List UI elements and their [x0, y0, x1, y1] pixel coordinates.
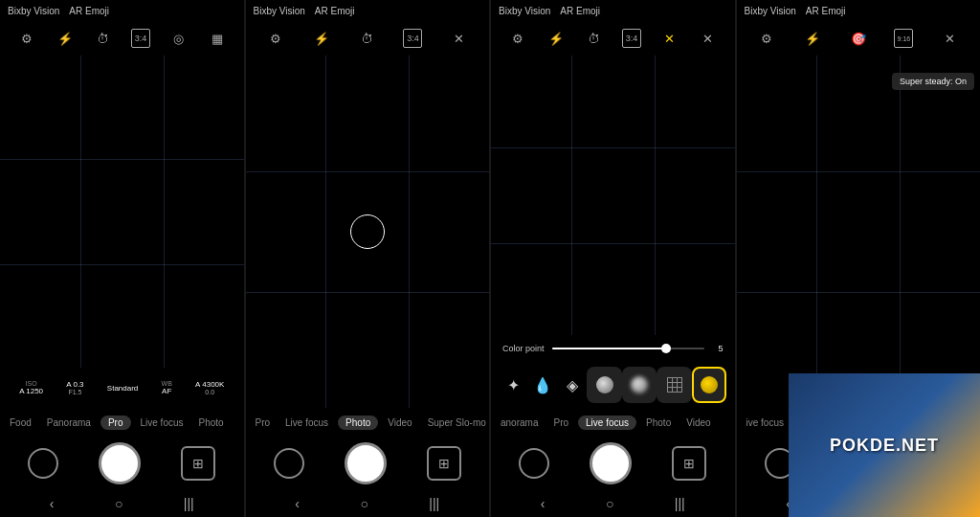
- phone-panel-1: Bixby Vision AR Emoji ⚙ ⚡ ⏱ 3:4 ◎ ▦ ISO …: [0, 0, 246, 517]
- settings-icon-2[interactable]: ⚙: [266, 29, 285, 48]
- ar-emoji-label-4[interactable]: AR Emoji: [806, 6, 846, 16]
- filter-btn-grid[interactable]: [657, 367, 692, 403]
- ar-emoji-label-2[interactable]: AR Emoji: [315, 6, 355, 16]
- mode-video-3[interactable]: Video: [680, 416, 716, 430]
- bixby-vision-label-4[interactable]: Bixby Vision: [745, 6, 796, 16]
- flash-icon-2[interactable]: ⚡: [312, 29, 331, 48]
- gallery-btn-3[interactable]: ⊞: [672, 446, 706, 481]
- mode-livefocus-4[interactable]: ive focus: [741, 416, 790, 430]
- mode-row-2: Pro Live focus Photo Video Super Slo-mo: [246, 408, 490, 437]
- filter-dot-blur: [631, 376, 648, 393]
- ratio-badge-2[interactable]: 3:4: [403, 29, 422, 48]
- small-shutter-1[interactable]: [28, 448, 58, 479]
- wb-tint-value: 0.0: [205, 389, 214, 395]
- metering-value: Standard: [107, 384, 138, 393]
- filter-btn-circle[interactable]: [587, 367, 622, 403]
- small-shutter-3[interactable]: [519, 448, 549, 479]
- extra-icon-3a[interactable]: ✕: [660, 29, 679, 48]
- mode-panorama-3[interactable]: anorama: [495, 416, 544, 430]
- mode-photo-3[interactable]: Photo: [640, 416, 677, 430]
- nav-home-3[interactable]: ○: [606, 496, 613, 511]
- steady-icon-4[interactable]: 🎯: [849, 29, 868, 48]
- mode-pro-2[interactable]: Pro: [250, 416, 277, 430]
- grid-v-left-2: [325, 56, 326, 408]
- timer-icon-2[interactable]: ⏱: [358, 29, 377, 48]
- exposure-setting[interactable]: A 0.3 F1.5: [66, 380, 83, 395]
- timer-icon-1[interactable]: ⏱: [93, 29, 112, 48]
- nav-back-3[interactable]: ‹: [541, 496, 546, 511]
- iso-setting[interactable]: ISO A 1250: [19, 380, 43, 395]
- grid-v-right-3: [655, 56, 656, 335]
- ar-emoji-label-1[interactable]: AR Emoji: [69, 6, 109, 16]
- metering-setting[interactable]: Standard: [107, 384, 138, 393]
- bixby-vision-label-2[interactable]: Bixby Vision: [254, 6, 305, 16]
- main-shutter-1[interactable]: [99, 442, 141, 484]
- bixby-vision-label-1[interactable]: Bixby Vision: [8, 6, 59, 16]
- filter-btn-yellow[interactable]: [692, 367, 727, 403]
- mode-superslo-2[interactable]: Super Slo-mo: [422, 416, 489, 430]
- main-shutter-3[interactable]: [590, 442, 632, 484]
- nav-recents-1[interactable]: |||: [184, 496, 194, 511]
- bixby-vision-label-3[interactable]: Bixby Vision: [499, 6, 550, 16]
- grid-h-bottom-4: [737, 292, 981, 293]
- focus-icon-1[interactable]: ◎: [169, 29, 189, 48]
- grid-v-right-2: [409, 56, 410, 408]
- extra-icon-2[interactable]: ✕: [449, 29, 468, 48]
- ratio-badge-3[interactable]: 3:4: [622, 29, 641, 48]
- settings-icon-4[interactable]: ⚙: [757, 29, 776, 48]
- mode-food-1[interactable]: Food: [4, 416, 37, 430]
- grid-v-left-4: [816, 56, 817, 408]
- mode-photo-1[interactable]: Photo: [193, 416, 230, 430]
- wb-temp-value: A 4300K: [195, 380, 224, 389]
- effect-icon-sparkle[interactable]: ◈: [558, 370, 588, 400]
- flash-icon-3[interactable]: ⚡: [546, 29, 566, 48]
- extra-icon-4[interactable]: ✕: [940, 29, 959, 48]
- ratio-badge-1[interactable]: 3:4: [131, 29, 150, 48]
- gallery-btn-2[interactable]: ⊞: [427, 446, 461, 481]
- phone-panel-3: Bixby Vision AR Emoji ⚙ ⚡ ⏱ 3:4 ✕ ✕ Colo…: [491, 0, 737, 517]
- effect-icon-bokeh[interactable]: ✦: [499, 370, 528, 400]
- extra-icon-3b[interactable]: ✕: [699, 29, 718, 48]
- mode-pro-1[interactable]: Pro: [100, 416, 131, 430]
- ratio-badge-4[interactable]: 9:16: [894, 29, 913, 48]
- nav-recents-2[interactable]: |||: [429, 496, 439, 511]
- mode-livefocus-3[interactable]: Live focus: [578, 416, 636, 430]
- ar-emoji-label-3[interactable]: AR Emoji: [560, 6, 600, 16]
- grid-icon-1[interactable]: ▦: [208, 29, 227, 48]
- filter-btn-blur[interactable]: [622, 367, 657, 403]
- nav-recents-3[interactable]: |||: [675, 496, 685, 511]
- mode-livefocus-1[interactable]: Live focus: [135, 416, 189, 430]
- mode-video-2[interactable]: Video: [382, 416, 417, 430]
- mode-pro-3[interactable]: Pro: [547, 416, 574, 430]
- flash-icon-4[interactable]: ⚡: [803, 29, 822, 48]
- grid-h-bottom-3: [491, 243, 735, 244]
- timer-icon-3[interactable]: ⏱: [584, 29, 603, 48]
- slider-row-3: Color point 5: [491, 335, 735, 362]
- effect-icon-color[interactable]: 💧: [528, 370, 558, 400]
- nav-bar-2: ‹ ○ |||: [246, 490, 490, 517]
- nav-home-1[interactable]: ○: [115, 496, 122, 511]
- mode-photo-2[interactable]: Photo: [338, 416, 378, 430]
- slider-label-3: Color point: [502, 344, 545, 353]
- settings-icon-3[interactable]: ⚙: [508, 29, 527, 48]
- pokde-watermark: POKDE.NET: [789, 373, 980, 517]
- mode-row-3: anorama Pro Live focus Photo Video: [491, 408, 735, 437]
- settings-icon-1[interactable]: ⚙: [17, 29, 36, 48]
- wb-temp-setting[interactable]: A 4300K 0.0: [195, 380, 224, 395]
- iso-value: A 1250: [19, 387, 43, 395]
- mode-panorama-1[interactable]: Panorama: [41, 416, 97, 430]
- main-shutter-2[interactable]: [345, 442, 387, 484]
- top-bar-2: Bixby Vision AR Emoji: [246, 0, 490, 21]
- wb-setting[interactable]: WB AF: [162, 380, 172, 395]
- slider-thumb-3[interactable]: [661, 344, 671, 353]
- mode-livefocus-2[interactable]: Live focus: [279, 416, 334, 430]
- gallery-btn-1[interactable]: ⊞: [181, 446, 215, 481]
- grid-h-bottom-1: [0, 264, 244, 265]
- nav-home-2[interactable]: ○: [360, 496, 368, 511]
- grid-h-top-1: [0, 159, 244, 160]
- flash-icon-1[interactable]: ⚡: [56, 29, 75, 48]
- slider-track-3[interactable]: [552, 348, 704, 349]
- small-shutter-2[interactable]: [274, 448, 304, 479]
- nav-back-1[interactable]: ‹: [50, 496, 55, 511]
- nav-back-2[interactable]: ‹: [295, 496, 300, 511]
